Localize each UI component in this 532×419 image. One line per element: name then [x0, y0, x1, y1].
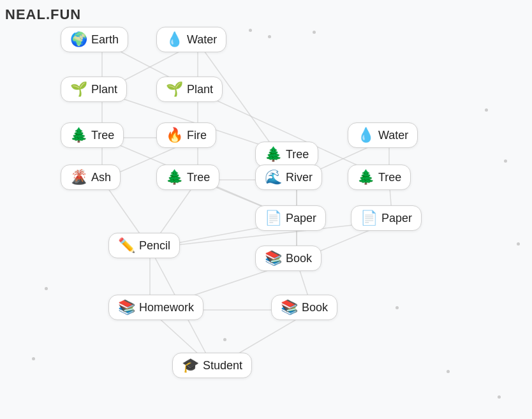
tree4-icon: 🌲 [357, 170, 374, 184]
node-plant2[interactable]: 🌱Plant [156, 77, 223, 102]
node-tree4[interactable]: 🌲Tree [348, 165, 411, 190]
homework-label: Homework [139, 301, 194, 314]
node-student[interactable]: 🎓Student [172, 353, 252, 378]
node-water1[interactable]: 💧Water [156, 27, 226, 52]
decorative-dot-3 [485, 108, 488, 112]
paper2-label: Paper [381, 212, 412, 225]
tree3-icon: 🌲 [265, 147, 282, 161]
tree2-label: Tree [187, 171, 210, 184]
student-label: Student [203, 359, 242, 372]
decorative-dot-2 [313, 31, 316, 34]
site-logo: NEAL.FUN [5, 6, 81, 23]
node-pencil[interactable]: ✏️Pencil [108, 233, 180, 258]
decorative-dot-1 [268, 35, 271, 38]
plant2-label: Plant [187, 83, 213, 96]
decorative-dot-5 [517, 242, 520, 246]
node-paper1[interactable]: 📄Paper [255, 205, 326, 231]
book1-label: Book [286, 252, 312, 265]
water2-icon: 💧 [357, 128, 374, 142]
node-tree3[interactable]: 🌲Tree [255, 142, 318, 167]
node-paper2[interactable]: 📄Paper [351, 205, 422, 231]
fire-label: Fire [187, 129, 207, 142]
node-river[interactable]: 🌊River [255, 165, 322, 190]
tree2-icon: 🌲 [166, 170, 183, 184]
node-water2[interactable]: 💧Water [348, 122, 418, 148]
tree4-label: Tree [378, 171, 401, 184]
tree1-label: Tree [91, 129, 114, 142]
pencil-label: Pencil [139, 239, 170, 253]
decorative-dot-0 [249, 29, 252, 32]
student-icon: 🎓 [182, 358, 199, 372]
node-book1[interactable]: 📚Book [255, 246, 321, 271]
earth-icon: 🌍 [70, 33, 87, 47]
decorative-dot-6 [45, 287, 48, 290]
decorative-dot-7 [32, 357, 35, 360]
node-tree1[interactable]: 🌲Tree [61, 122, 124, 148]
ash-label: Ash [91, 171, 111, 184]
water1-icon: 💧 [166, 33, 183, 47]
plant2-icon: 🌱 [166, 82, 183, 96]
plant1-icon: 🌱 [70, 82, 87, 96]
water2-label: Water [378, 129, 408, 142]
book1-icon: 📚 [265, 251, 282, 265]
homework-icon: 📚 [118, 300, 135, 314]
book2-label: Book [302, 301, 328, 314]
river-icon: 🌊 [265, 170, 282, 184]
tree3-label: Tree [286, 148, 309, 161]
decorative-dot-8 [223, 338, 226, 341]
book2-icon: 📚 [281, 300, 298, 314]
decorative-dot-9 [395, 306, 399, 309]
tree1-icon: 🌲 [70, 128, 87, 142]
river-label: River [286, 171, 313, 184]
earth-label: Earth [91, 33, 119, 47]
water1-label: Water [187, 33, 217, 47]
decorative-dot-4 [504, 159, 507, 163]
pencil-icon: ✏️ [118, 239, 135, 253]
decorative-dot-11 [498, 395, 501, 399]
paper2-icon: 📄 [360, 211, 378, 225]
node-tree2[interactable]: 🌲Tree [156, 165, 219, 190]
paper1-label: Paper [286, 212, 316, 225]
plant1-label: Plant [91, 83, 117, 96]
node-plant1[interactable]: 🌱Plant [61, 77, 127, 102]
decorative-dot-10 [447, 370, 450, 373]
node-fire[interactable]: 🔥Fire [156, 122, 216, 148]
node-book2[interactable]: 📚Book [271, 295, 337, 320]
paper1-icon: 📄 [265, 211, 282, 225]
node-ash[interactable]: 🌋Ash [61, 165, 121, 190]
node-homework[interactable]: 📚Homework [108, 295, 203, 320]
fire-icon: 🔥 [166, 128, 183, 142]
node-earth[interactable]: 🌍Earth [61, 27, 128, 52]
ash-icon: 🌋 [70, 170, 87, 184]
